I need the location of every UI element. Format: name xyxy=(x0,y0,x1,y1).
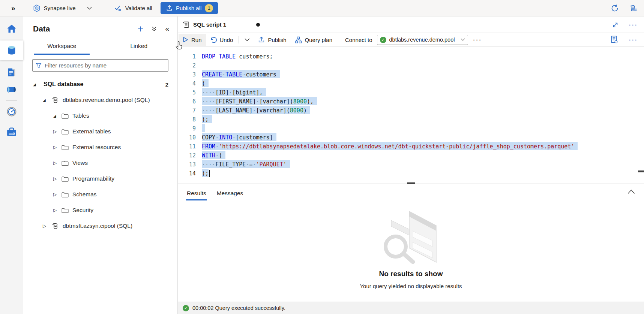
tree-item-schemas[interactable]: ▷Schemas xyxy=(23,187,177,202)
nav-integrate[interactable] xyxy=(0,81,23,98)
collapse-panel-icon[interactable]: « xyxy=(165,25,169,33)
expand-editor-icon[interactable] xyxy=(612,22,618,28)
tab-messages[interactable]: Messages xyxy=(212,184,249,203)
chevron-down-icon xyxy=(461,38,465,41)
success-check-icon: ✓ xyxy=(183,305,189,311)
code-line-4[interactable]: 4( xyxy=(178,79,644,88)
tab-sql-script-1[interactable]: SQL script 1 xyxy=(178,16,266,33)
selection-highlight: COPY·INTO·[customers] xyxy=(202,133,276,141)
add-plus-icon[interactable]: + xyxy=(138,25,144,33)
properties-icon[interactable] xyxy=(610,35,618,44)
line-number: 7 xyxy=(178,106,196,115)
validate-all-button[interactable]: Validate all xyxy=(114,4,152,12)
empty-results-title: No results to show xyxy=(178,270,644,278)
results-empty-state: No results to show Your query yielded no… xyxy=(178,203,644,302)
panel-title: Data xyxy=(33,24,50,33)
nav-manage[interactable] xyxy=(0,123,23,141)
code-line-1[interactable]: 1DROP TABLE customers; xyxy=(178,52,644,61)
double-chevron-right-icon[interactable]: » xyxy=(11,4,15,12)
tree-item-security[interactable]: ▷Security xyxy=(23,202,177,218)
tree-item-label: External resources xyxy=(72,144,121,151)
code-line-2[interactable]: 2 xyxy=(178,61,644,70)
text-cursor xyxy=(209,170,210,177)
split-drag-handle[interactable] xyxy=(407,182,415,184)
toolbar-separator xyxy=(239,36,239,43)
tree-item-tables[interactable]: ◢Tables xyxy=(23,108,177,124)
code-line-9[interactable]: 9 xyxy=(178,124,644,133)
collapse-triangle-icon[interactable]: ▷ xyxy=(53,160,59,166)
tree-item-programmability[interactable]: ▷Programmability xyxy=(23,171,177,187)
code-line-7[interactable]: 7····[LAST_NAME]·[varchar](8000) xyxy=(178,106,644,115)
tree-item-dbtlabs-revenue-demo-pool-sql[interactable]: ◢dbtlabs.revenue.demo.pool (SQL) xyxy=(23,92,177,108)
nav-monitor[interactable] xyxy=(0,103,23,120)
results-tab-bar: Results Messages xyxy=(178,184,644,203)
expand-triangle-icon[interactable]: ◢ xyxy=(53,114,59,118)
publish-button[interactable]: Publish xyxy=(254,34,290,46)
line-number: 14 xyxy=(178,169,196,178)
tree-root-sql-database[interactable]: ◢ SQL database 2 xyxy=(23,77,177,92)
tree-item-external-tables[interactable]: ▷External tables xyxy=(23,124,177,139)
discard-trash-icon[interactable] xyxy=(629,4,637,12)
tree-item-label: Security xyxy=(72,207,93,214)
connect-pool-dropdown[interactable]: ✓ dbtlabs.revenue.demo.pool xyxy=(377,35,468,45)
code-line-6[interactable]: 6····[FIRST_NAME]·[varchar](8000), xyxy=(178,97,644,106)
tab-more-icon[interactable]: ··· xyxy=(629,22,638,28)
line-content: FROM·'https://dbtlabsynapsedatalake.blob… xyxy=(202,142,578,151)
sql-code-editor[interactable]: 1DROP TABLE customers;2 3CREATE·TABLE·cu… xyxy=(178,47,644,184)
tab-linked[interactable]: Linked xyxy=(101,37,178,55)
collapse-triangle-icon[interactable]: ▷ xyxy=(53,208,59,213)
chevron-up-icon[interactable] xyxy=(627,189,635,194)
tree-item-external-resources[interactable]: ▷External resources xyxy=(23,139,177,155)
selection-highlight: CREATE·TABLE·customers xyxy=(202,70,280,78)
tab-results[interactable]: Results xyxy=(182,184,212,203)
tab-workspace[interactable]: Workspace xyxy=(23,37,101,55)
run-button[interactable]: Run xyxy=(179,34,206,46)
code-line-11[interactable]: 11FROM·'https://dbtlabsynapsedatalake.bl… xyxy=(178,142,644,151)
nav-develop[interactable] xyxy=(0,64,23,81)
collapse-triangle-icon[interactable]: ▷ xyxy=(53,192,59,197)
line-number: 5 xyxy=(178,88,196,97)
refresh-icon[interactable] xyxy=(611,4,619,12)
collapse-triangle-icon[interactable]: ▷ xyxy=(43,223,48,229)
collapse-triangle-icon[interactable]: ▷ xyxy=(53,129,59,134)
code-line-14[interactable]: 14); xyxy=(178,169,644,178)
nav-data[interactable] xyxy=(0,40,23,60)
code-line-10[interactable]: 10COPY·INTO·[customers] xyxy=(178,133,644,142)
expand-triangle-icon[interactable]: ◢ xyxy=(43,98,48,102)
collapse-triangle-icon[interactable]: ▷ xyxy=(53,176,59,181)
nav-home[interactable] xyxy=(0,20,23,37)
publish-all-button[interactable]: Publish all 1 xyxy=(161,2,218,14)
line-number: 9 xyxy=(178,124,196,133)
publish-upload-icon xyxy=(258,36,265,43)
filter-box xyxy=(32,59,168,72)
toolbar-more-icon[interactable]: ··· xyxy=(629,37,638,43)
filter-input[interactable] xyxy=(45,62,165,69)
code-line-12[interactable]: 12WITH·( xyxy=(178,151,644,160)
folder-icon xyxy=(62,113,69,119)
horizontal-scrollbar-thumb[interactable] xyxy=(638,170,644,172)
tree-item-dbtmsft-azsyn-cipool-sql[interactable]: ▷dbtmsft.azsyn.cipool (SQL) xyxy=(23,218,177,234)
double-chevron-collapse-icon[interactable] xyxy=(152,26,157,31)
code-line-8[interactable]: 8); xyxy=(178,115,644,124)
code-line-13[interactable]: 13····FILE_TYPE·=·'PARQUET' xyxy=(178,160,644,169)
folder-icon xyxy=(62,208,69,213)
expand-triangle-icon[interactable]: ◢ xyxy=(33,82,38,87)
filter-funnel-icon xyxy=(36,63,42,69)
undo-button[interactable]: Undo xyxy=(206,34,237,46)
mode-selector[interactable]: Synapse live xyxy=(33,4,92,12)
no-results-illustration xyxy=(372,208,450,265)
code-line-5[interactable]: 5····[ID]·[bigint], xyxy=(178,88,644,97)
run-options-chevron[interactable] xyxy=(240,34,254,46)
folder-icon xyxy=(62,176,69,182)
line-content: ····[LAST_NAME]·[varchar](8000) xyxy=(202,106,310,115)
line-number: 11 xyxy=(178,142,196,151)
query-plan-button[interactable]: Query plan xyxy=(291,34,336,46)
run-play-icon xyxy=(183,37,188,43)
line-content xyxy=(202,61,205,70)
collapse-triangle-icon[interactable]: ▷ xyxy=(53,145,59,150)
code-line-3[interactable]: 3CREATE·TABLE·customers xyxy=(178,70,644,79)
selection-highlight: ····FILE_TYPE·=·'PARQUET' xyxy=(202,160,290,168)
publish-upload-icon xyxy=(166,5,173,11)
connect-more-icon[interactable]: ··· xyxy=(473,37,482,43)
tree-item-views[interactable]: ▷Views xyxy=(23,155,177,171)
